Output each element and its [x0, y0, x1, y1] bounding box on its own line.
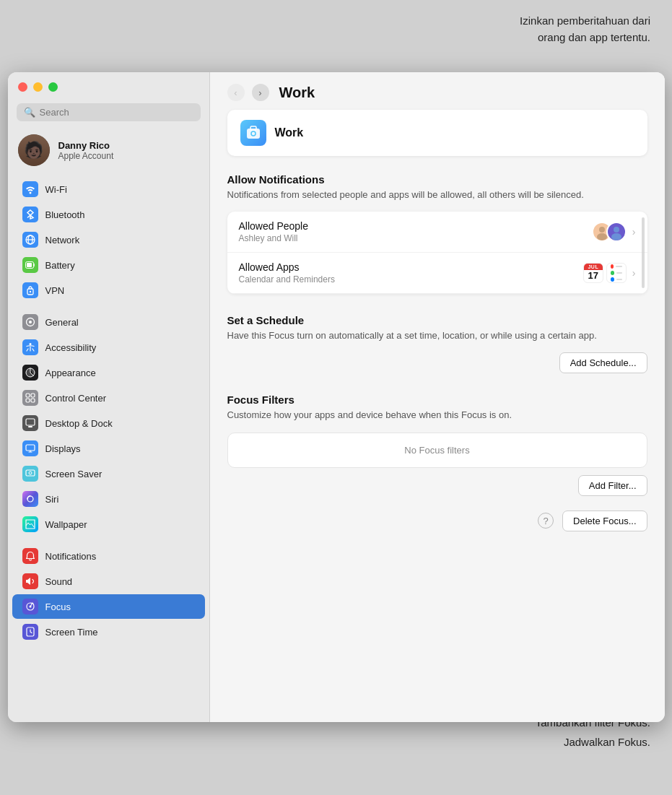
sidebar-item-battery[interactable]: Battery — [12, 253, 205, 277]
svg-rect-15 — [26, 419, 35, 425]
maximize-button[interactable] — [48, 82, 58, 92]
focus-filters-title: Focus Filters — [227, 394, 647, 406]
svg-point-26 — [599, 227, 605, 233]
svg-rect-17 — [26, 445, 35, 451]
sidebar-item-bluetooth[interactable]: Bluetooth — [12, 202, 205, 227]
svg-point-27 — [597, 233, 607, 240]
sidebar-item-desktop-dock[interactable]: Desktop & Dock — [12, 411, 205, 435]
user-info: Danny Rico Apple Account — [58, 140, 114, 161]
sidebar-item-label: General — [45, 317, 79, 328]
avatar: 🧑🏿 — [18, 134, 50, 166]
sidebar-item-label: Bluetooth — [45, 209, 85, 220]
sidebar-item-label: Accessibility — [45, 342, 97, 353]
content-area: Work Allow Notifications Notifications f… — [210, 110, 665, 569]
sidebar-item-general[interactable]: General — [12, 310, 205, 334]
sidebar-section-personal: Notifications Sound Focus Screen Time — [8, 543, 209, 645]
sidebar-item-control-center[interactable]: Control Center — [12, 386, 205, 410]
reminder-line-1 — [611, 264, 622, 269]
sidebar-item-network[interactable]: Network — [12, 227, 205, 252]
add-schedule-button[interactable]: Add Schedule... — [559, 352, 647, 373]
svg-rect-16 — [28, 426, 32, 427]
svg-rect-18 — [26, 470, 35, 476]
sidebar-item-displays[interactable]: Displays — [12, 436, 205, 461]
cal-day: 17 — [588, 270, 598, 282]
sidebar-item-accessibility[interactable]: Accessibility — [12, 335, 205, 360]
sidebar-item-screen-saver[interactable]: Screen Saver — [12, 461, 205, 486]
search-bar[interactable]: 🔍 — [17, 103, 201, 121]
sidebar-item-label: Notifications — [45, 551, 97, 562]
sidebar-item-label: Network — [45, 235, 80, 246]
reminder-dot-blue — [611, 277, 614, 282]
svg-point-6 — [29, 291, 30, 292]
focus-filters-desc: Customize how your apps and device behav… — [227, 409, 647, 422]
sidebar-item-screen-time[interactable]: Screen Time — [12, 620, 205, 644]
back-button[interactable]: ‹ — [227, 84, 245, 101]
svg-point-29 — [611, 233, 621, 240]
chevron-icon: › — [632, 267, 636, 279]
reminders-icon — [606, 263, 627, 283]
tooltip-bottom-line2: Jadwalkan Fokus. — [536, 732, 650, 752]
battery-icon — [22, 257, 38, 273]
network-icon — [22, 232, 38, 248]
wifi-icon — [22, 181, 38, 197]
focus-icon — [22, 599, 38, 614]
minimize-button[interactable] — [33, 82, 43, 92]
svg-rect-12 — [31, 394, 35, 397]
schedule-title: Set a Schedule — [227, 314, 647, 326]
sidebar-item-label: VPN — [45, 285, 65, 296]
siri-icon — [22, 491, 38, 507]
sidebar-item-sound[interactable]: Sound — [12, 569, 205, 594]
scroll-indicator — [642, 217, 645, 288]
sidebar-item-appearance[interactable]: Appearance — [12, 360, 205, 385]
allowed-people-title: Allowed People — [239, 220, 592, 232]
work-label: Work — [275, 126, 304, 139]
apps-icons: JUL 17 — [583, 263, 627, 283]
sidebar-item-wallpaper[interactable]: Wallpaper — [12, 512, 205, 536]
allowed-people-row[interactable]: Allowed People Ashley and Will — [227, 212, 647, 253]
avatar-group — [592, 222, 627, 242]
sidebar-item-siri[interactable]: Siri — [12, 487, 205, 511]
allowed-apps-row[interactable]: Allowed Apps Calendar and Reminders JUL … — [227, 253, 647, 294]
add-filter-button[interactable]: Add Filter... — [578, 475, 647, 496]
svg-point-19 — [29, 472, 32, 474]
svg-rect-14 — [31, 399, 35, 402]
set-schedule-section: Set a Schedule Have this Focus turn on a… — [227, 314, 647, 373]
sidebar-item-vpn[interactable]: VPN — [12, 278, 205, 303]
sidebar-item-label: Displays — [45, 443, 81, 454]
sidebar-item-label: Battery — [45, 260, 75, 271]
svg-rect-11 — [26, 394, 30, 397]
svg-point-28 — [614, 227, 619, 233]
sidebar-item-focus[interactable]: Focus — [12, 594, 205, 619]
sidebar-section-network: Wi-Fi Bluetooth Network Battery — [8, 176, 209, 303]
avatar-will — [606, 222, 627, 242]
close-button[interactable] — [18, 82, 27, 92]
help-button[interactable]: ? — [538, 513, 554, 529]
sidebar-item-wifi[interactable]: Wi-Fi — [12, 177, 205, 201]
calendar-icon: JUL 17 — [583, 263, 603, 283]
sidebar-item-label: Screen Saver — [45, 469, 102, 479]
reminder-line-2 — [611, 271, 622, 275]
allowed-people-subtitle: Ashley and Will — [239, 233, 592, 243]
avatar-face: 🧑🏿 — [18, 134, 50, 166]
svg-rect-24 — [250, 126, 256, 130]
reminder-line-3 — [611, 277, 622, 282]
search-input[interactable] — [40, 107, 193, 118]
svg-point-21 — [29, 606, 31, 608]
accessibility-icon — [22, 339, 38, 355]
notifications-icon — [22, 548, 38, 564]
delete-focus-button[interactable]: Delete Focus... — [562, 511, 647, 531]
allowed-people-info: Allowed People Ashley and Will — [239, 220, 592, 243]
reminder-bar-2 — [616, 272, 621, 274]
sidebar-item-notifications[interactable]: Notifications — [12, 544, 205, 568]
user-profile[interactable]: 🧑🏿 Danny Rico Apple Account — [8, 129, 209, 176]
sound-icon — [22, 573, 38, 589]
sidebar-item-label: Siri — [45, 494, 59, 505]
no-filters-box: No Focus filters — [227, 433, 647, 468]
sidebar-item-label: Control Center — [45, 393, 107, 404]
allowed-apps-right: JUL 17 — [583, 263, 636, 283]
allowed-apps-title: Allowed Apps — [239, 261, 583, 273]
forward-button[interactable]: › — [252, 84, 269, 101]
main-content: ‹ › Work Work Allow Notifications Not — [210, 72, 665, 722]
main-window: 🔍 🧑🏿 Danny Rico Apple Account Wi-Fi — [8, 72, 665, 722]
screen-time-icon — [22, 624, 38, 640]
